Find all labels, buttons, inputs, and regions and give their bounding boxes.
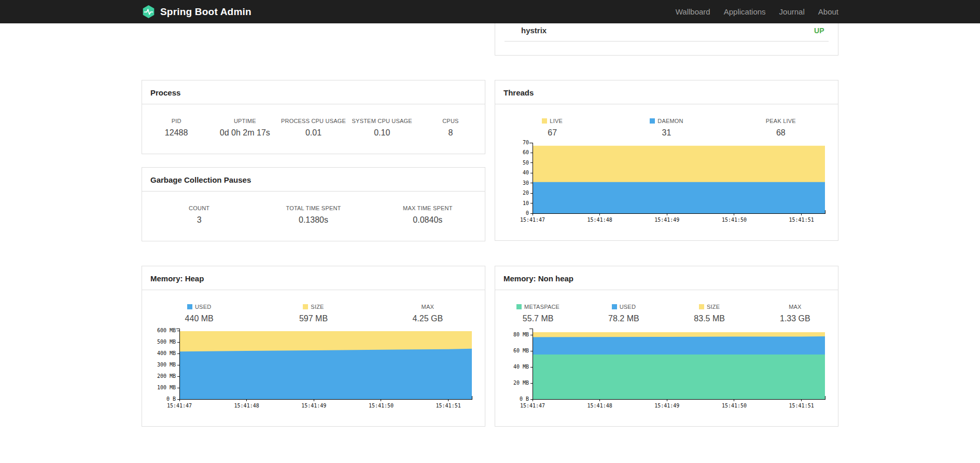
nav-item-wallboard[interactable]: Wallboard — [669, 0, 717, 23]
status-badge: UP — [814, 26, 824, 35]
svg-text:60: 60 — [523, 149, 529, 155]
svg-text:300 MB: 300 MB — [157, 362, 176, 367]
nonheap-panel: Memory: Non heap METASPACE 55.7 MB USED … — [495, 266, 838, 427]
svg-text:15:41:50: 15:41:50 — [369, 403, 394, 408]
nav-item-applications[interactable]: Applications — [717, 0, 773, 23]
metric-nonheap-used: USED 78.2 MB — [581, 304, 666, 323]
svg-text:15:41:51: 15:41:51 — [436, 403, 461, 408]
svg-text:70: 70 — [523, 140, 529, 145]
process-panel: Process PID 12488 UPTIME 0d 0h 2m 17s PR… — [142, 80, 485, 154]
svg-text:30: 30 — [523, 180, 529, 186]
svg-text:10: 10 — [523, 200, 529, 206]
brand-heartbeat-icon — [142, 5, 156, 19]
svg-text:50: 50 — [523, 160, 529, 166]
metric-heap-max: MAX 4.25 GB — [371, 304, 485, 323]
svg-text:15:41:48: 15:41:48 — [234, 403, 259, 408]
svg-text:15:41:49: 15:41:49 — [654, 217, 679, 223]
nav-links: Wallboard Applications Journal About — [669, 0, 838, 23]
svg-text:80 MB: 80 MB — [513, 332, 529, 337]
nonheap-legend: METASPACE 55.7 MB USED 78.2 MB SIZE 83.5… — [495, 290, 838, 323]
svg-text:15:41:51: 15:41:51 — [789, 217, 814, 223]
svg-text:15:41:49: 15:41:49 — [654, 403, 679, 408]
legend-swatch-size — [699, 304, 704, 309]
svg-text:15:41:50: 15:41:50 — [722, 217, 747, 223]
svg-text:40 MB: 40 MB — [513, 364, 529, 370]
svg-text:0 B: 0 B — [520, 396, 529, 402]
metric-nonheap-metaspace: METASPACE 55.7 MB — [495, 304, 581, 323]
threads-panel: Threads LIVE 67 DAEMON 31 PEAK LIVE 68 0… — [495, 80, 838, 241]
svg-text:20: 20 — [523, 190, 529, 196]
gc-panel: Garbage Collection Pauses COUNT 3 TOTAL … — [142, 167, 485, 241]
metric-system-cpu: SYSTEM CPU USAGE 0.10 — [348, 118, 416, 138]
svg-text:40: 40 — [523, 170, 529, 175]
metric-threads-peak: PEAK LIVE 68 — [724, 118, 838, 138]
legend-swatch-metaspace — [516, 304, 522, 309]
panel-title: Memory: Non heap — [495, 266, 838, 290]
svg-text:500 MB: 500 MB — [157, 339, 176, 345]
panel-title: Garbage Collection Pauses — [142, 168, 485, 192]
metric-pid: PID 12488 — [142, 118, 211, 138]
svg-text:400 MB: 400 MB — [157, 350, 176, 356]
svg-text:0 B: 0 B — [166, 396, 176, 402]
nav-item-journal[interactable]: Journal — [773, 0, 811, 23]
legend-swatch-used — [612, 304, 617, 309]
health-panel-fragment: hystrix UP — [495, 19, 838, 56]
nonheap-chart: 0 B20 MB40 MB60 MB80 MB15:41:4715:41:481… — [500, 325, 832, 413]
heap-legend: USED 440 MB SIZE 597 MB MAX 4.25 GB — [142, 290, 485, 323]
svg-text:0: 0 — [526, 210, 529, 216]
svg-text:15:41:50: 15:41:50 — [722, 403, 747, 408]
svg-text:200 MB: 200 MB — [157, 373, 176, 379]
heap-chart: 0 B100 MB200 MB300 MB400 MB500 MB600 MB1… — [147, 325, 479, 413]
metric-threads-daemon: DAEMON 31 — [609, 118, 723, 138]
svg-text:15:41:49: 15:41:49 — [301, 403, 326, 408]
svg-text:100 MB: 100 MB — [157, 385, 176, 390]
svg-text:15:41:48: 15:41:48 — [587, 403, 612, 408]
brand-title: Spring Boot Admin — [160, 6, 251, 18]
health-service-name: hystrix — [521, 26, 547, 35]
svg-text:15:41:51: 15:41:51 — [789, 403, 814, 408]
metric-nonheap-max: MAX 1.33 GB — [752, 304, 838, 323]
threads-chart: 01020304050607015:41:4715:41:4815:41:491… — [500, 140, 832, 227]
svg-text:60 MB: 60 MB — [513, 348, 529, 353]
metric-heap-used: USED 440 MB — [142, 304, 256, 323]
brand[interactable]: Spring Boot Admin — [142, 5, 251, 19]
panel-title: Memory: Heap — [142, 266, 485, 290]
svg-text:15:41:48: 15:41:48 — [587, 217, 612, 223]
metric-nonheap-size: SIZE 83.5 MB — [667, 304, 752, 323]
metric-gc-total-time: TOTAL TIME SPENT 0.1380s — [256, 205, 370, 225]
legend-swatch-used — [187, 304, 192, 309]
metric-gc-max-time: MAX TIME SPENT 0.0840s — [371, 205, 485, 225]
metric-uptime: UPTIME 0d 0h 2m 17s — [211, 118, 279, 138]
threads-legend: LIVE 67 DAEMON 31 PEAK LIVE 68 — [495, 104, 838, 138]
svg-text:20 MB: 20 MB — [513, 380, 529, 386]
heap-panel: Memory: Heap USED 440 MB SIZE 597 MB MAX… — [142, 266, 485, 427]
panel-title: Threads — [495, 80, 838, 104]
metric-process-cpu: PROCESS CPU USAGE 0.01 — [279, 118, 347, 138]
svg-text:15:41:47: 15:41:47 — [167, 403, 192, 408]
gc-metrics: COUNT 3 TOTAL TIME SPENT 0.1380s MAX TIM… — [142, 192, 485, 225]
panel-title: Process — [142, 80, 485, 104]
legend-swatch-daemon — [650, 118, 655, 124]
metric-gc-count: COUNT 3 — [142, 205, 256, 225]
svg-text:15:41:47: 15:41:47 — [520, 217, 545, 223]
metric-threads-live: LIVE 67 — [495, 118, 609, 138]
metric-heap-size: SIZE 597 MB — [256, 304, 370, 323]
main-content: hystrix UP Process PID 12488 UPTIME 0d 0… — [142, 0, 838, 463]
navbar: Spring Boot Admin Wallboard Applications… — [0, 0, 980, 23]
legend-swatch-live — [542, 118, 547, 124]
svg-text:600 MB: 600 MB — [157, 328, 176, 333]
legend-swatch-size — [303, 304, 308, 309]
metric-cpus: CPUS 8 — [416, 118, 485, 138]
svg-text:15:41:47: 15:41:47 — [520, 403, 545, 408]
nav-item-about[interactable]: About — [811, 0, 838, 23]
process-metrics: PID 12488 UPTIME 0d 0h 2m 17s PROCESS CP… — [142, 104, 485, 138]
